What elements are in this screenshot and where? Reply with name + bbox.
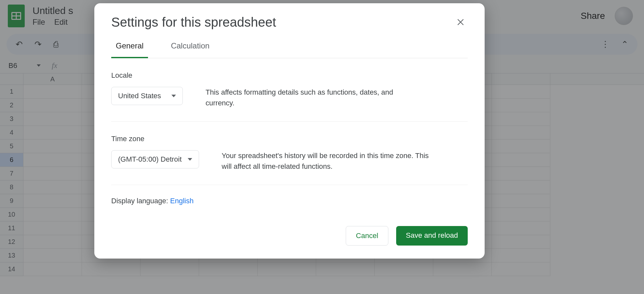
display-language-prefix: Display language:: [111, 197, 170, 205]
display-language: Display language: English: [111, 185, 468, 205]
timezone-value: (GMT-05:00) Detroit: [118, 155, 182, 164]
locale-label: Locale: [111, 71, 468, 80]
display-language-link[interactable]: English: [170, 197, 194, 205]
dialog-actions: Cancel Save and reload: [111, 226, 468, 246]
locale-section: Locale United States This affects format…: [111, 58, 468, 122]
chevron-down-icon: [188, 158, 192, 161]
dialog-tabs: General Calculation: [111, 41, 468, 58]
chevron-down-icon: [171, 95, 176, 97]
timezone-select[interactable]: (GMT-05:00) Detroit: [111, 150, 199, 168]
cancel-button[interactable]: Cancel: [346, 226, 388, 246]
locale-value: United States: [118, 92, 161, 100]
locale-hint: This affects formatting details such as …: [206, 87, 414, 108]
tab-general[interactable]: General: [111, 41, 148, 58]
timezone-section: Time zone (GMT-05:00) Detroit Your sprea…: [111, 122, 468, 185]
dialog-title: Settings for this spreadsheet: [111, 15, 276, 30]
save-and-reload-button[interactable]: Save and reload: [396, 226, 468, 246]
close-icon[interactable]: [453, 15, 468, 29]
timezone-hint: Your spreadsheet's history will be recor…: [222, 150, 430, 172]
dialog-header: Settings for this spreadsheet: [111, 15, 468, 30]
settings-dialog: Settings for this spreadsheet General Ca…: [94, 3, 485, 259]
tab-calculation[interactable]: Calculation: [166, 41, 214, 58]
locale-select[interactable]: United States: [111, 87, 183, 105]
timezone-label: Time zone: [111, 135, 468, 143]
